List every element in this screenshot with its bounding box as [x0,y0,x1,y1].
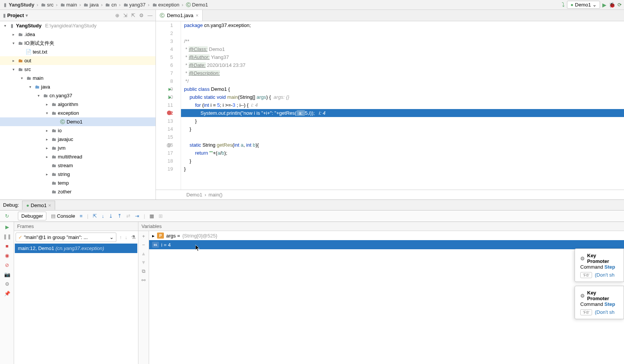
breadcrumb-demo1[interactable]: ⒸDemo1 [186,2,208,8]
editor-tab[interactable]: Ⓒ Demo1.java × [156,10,203,21]
dont-show-link[interactable]: (Don't sh [595,309,614,315]
breadcrumb-cn[interactable]: 🖿cn [105,2,117,8]
step-link[interactable]: Step [605,301,615,307]
variables-header: Variables [138,222,624,231]
tree-cn-yang37[interactable]: ▾🖿cn.yang37 [0,91,156,100]
tree-main[interactable]: ▾🖿main [0,74,156,82]
tree-io-folder[interactable]: ▾🖿IO测试文件夹 [0,39,156,47]
project-tree[interactable]: ▾▮YangStudy E:\yangidea\YangStudy ▸🖿.ide… [0,21,156,199]
dont-show-link[interactable]: (Don't sh [595,272,614,278]
drop-frame-icon[interactable]: ⇄ [126,213,130,219]
run-to-cursor-icon[interactable]: ⇥ [135,213,139,219]
step-link[interactable]: Step [605,264,615,270]
tree-io[interactable]: ▸🖿io [0,126,156,135]
hide-icon[interactable]: — [148,13,152,18]
variable-i[interactable]: 01 i = 4 [149,240,624,249]
code-content[interactable]: package cn.yang37.exception; /** * @Clas… [181,21,624,190]
threads-icon[interactable]: ≡ [79,213,83,219]
top-bar: ▮ YangStudy › 🖿src › 🖿main › 🖿java › 🖿cn… [0,0,624,10]
debug-toolbar: ↻ Debugger ▤ Console ≡ | ⇱ ↓ ⤓ ⤒ ⇄ ⇥ | ▦… [0,210,624,222]
thread-selector[interactable]: ✓ "main"@1 in group "main": ... ⌄ [16,233,116,242]
coverage-button[interactable]: ⟳ [618,2,622,8]
console-tab[interactable]: ▤ Console [51,213,75,219]
tab-label: Demo1.java [167,13,193,18]
tree-javajuc[interactable]: ▸🖿javajuc [0,135,156,144]
link-icon[interactable]: ⚯ [141,277,146,283]
step-out-icon[interactable]: ⤒ [117,213,122,219]
variables-list[interactable]: ▸ P args = {String[0]@525} 01 i = 4 [149,231,624,249]
evaluate-icon[interactable]: ▦ [149,213,154,219]
project-view-icon: ▮ [3,13,6,18]
mute-breakpoints-icon[interactable]: ⊘ [5,262,9,268]
project-title[interactable]: ▮ Project ▾ [3,13,115,18]
run-gutter-icon[interactable]: ▶ [168,85,171,93]
breakpoints-icon[interactable]: ◉ [5,253,9,258]
settings-icon[interactable]: ⚙ [139,13,144,18]
tree-jvm[interactable]: ▸🖿jvm [0,144,156,152]
stack-frame[interactable]: main:12, Demo1 (cn.yang37.exception) [15,244,137,253]
tree-zother[interactable]: 🖿zother [0,187,156,196]
expand-icon[interactable]: ⇲ [123,13,127,18]
thread-label: "main"@1 in group "main": ... [24,234,108,240]
step-over-icon[interactable]: ↓ [102,213,104,219]
down-icon[interactable]: ▼ [141,260,146,265]
rerun-icon[interactable]: ↻ [5,213,9,219]
tree-root[interactable]: ▾▮YangStudy E:\yangidea\YangStudy [0,21,156,30]
settings-icon[interactable]: ⚙ [5,281,10,287]
breakpoint-icon[interactable] [167,111,171,115]
breadcrumb-java[interactable]: 🖿java [83,2,99,8]
build-icon[interactable]: ⤵ [562,2,565,8]
run-button[interactable]: ▶ [602,2,607,8]
code-area[interactable]: 123 456 78 9▶ 10▶ 11 12 131415 16@ 17181… [156,21,624,190]
camera-icon[interactable]: 📷 [4,272,10,277]
tree-string[interactable]: ▸🖿string [0,170,156,179]
tree-java[interactable]: ▾🖿java [0,82,156,91]
breadcrumb-main[interactable]: 🖿main [60,2,77,8]
breadcrumb-root[interactable]: ▮ YangStudy [2,2,34,8]
collapse-icon[interactable]: ⇱ [131,13,135,18]
next-frame-icon[interactable]: ↓ [124,234,129,240]
prev-frame-icon[interactable]: ↑ [118,234,124,240]
debug-button[interactable]: 🐞 [609,2,615,8]
key-promoter-popup-1: ⚙Key Promoter Command Step 'F8' (Don't s… [575,248,624,282]
add-watch-icon[interactable]: + [142,233,145,239]
tree-multithread[interactable]: ▸🖿multithread [0,152,156,161]
debug-label: Debug: [3,202,19,208]
breadcrumb-exception[interactable]: 🖿exception [152,2,179,8]
chevron-down-icon: ⌄ [592,2,597,8]
tree-algorithm[interactable]: ▸🖿algorithm [0,100,156,109]
tree-src[interactable]: ▾🖿src [0,65,156,74]
copy-icon[interactable]: ⧉ [142,268,145,274]
resume-icon[interactable]: ▶ [5,224,9,230]
tree-out[interactable]: ▸🖿out [0,56,156,65]
remove-watch-icon[interactable]: − [142,242,145,248]
tree-stream[interactable]: 🖿stream [0,161,156,170]
run-gutter-icon[interactable]: ▶ [168,93,171,101]
debug-session-tab[interactable]: ● Demo1 × [22,201,55,210]
variable-args[interactable]: ▸ P args = {String[0]@525} [149,231,624,240]
gutter[interactable]: 123 456 78 9▶ 10▶ 11 12 131415 16@ 17181… [156,21,181,190]
stop-icon[interactable]: ■ [6,243,9,249]
run-config-selector[interactable]: ● Demo1 ⌄ [567,1,600,9]
tree-demo1[interactable]: ⒸDemo1 [0,117,156,126]
breadcrumb-yang37[interactable]: 🖿yang37 [123,2,146,8]
pin-icon[interactable]: 📌 [4,291,10,296]
locate-icon[interactable]: ⊕ [115,13,119,18]
breadcrumb-src[interactable]: 🖿src [41,2,54,8]
show-execution-icon[interactable]: ⇱ [93,213,97,219]
tree-test-txt[interactable]: 📄test.txt [0,47,156,56]
filter-icon[interactable]: ⚗ [129,234,138,240]
close-icon[interactable]: × [48,203,51,208]
crumb-method[interactable]: main() [208,192,222,198]
tree-temp[interactable]: 🖿temp [0,179,156,187]
trace-icon[interactable]: ⊞ [159,213,163,219]
pause-icon[interactable]: ❚❚ [3,234,11,239]
up-icon[interactable]: ▲ [141,251,146,256]
tree-idea[interactable]: ▸🖿.idea [0,30,156,39]
debugger-tab[interactable]: Debugger [18,212,46,220]
running-icon: ● [26,203,29,208]
step-into-icon[interactable]: ⤓ [109,213,113,219]
tree-exception[interactable]: ▾🖿exception [0,109,156,117]
close-icon[interactable]: × [195,13,198,18]
crumb-class[interactable]: Demo1 [186,192,202,198]
